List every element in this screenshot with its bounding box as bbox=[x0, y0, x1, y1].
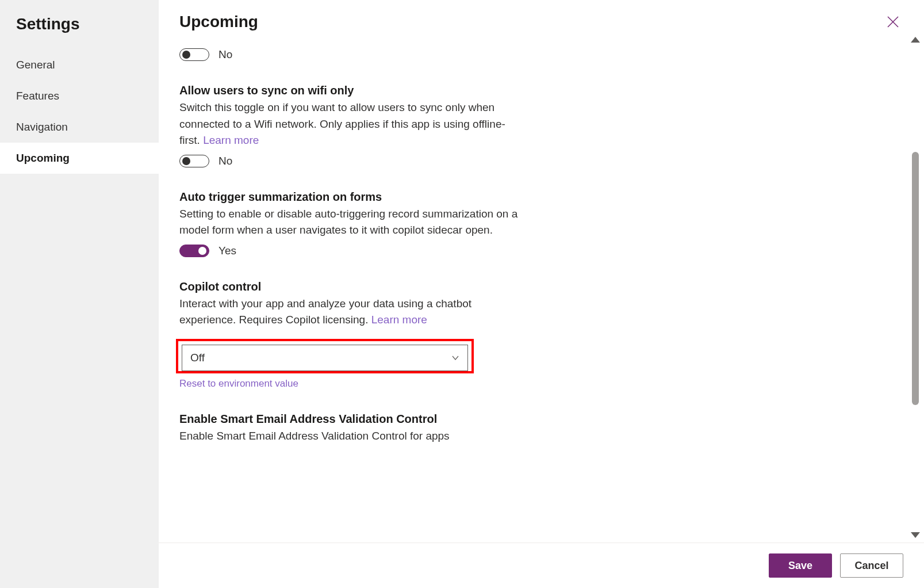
sidebar-item-label: General bbox=[16, 59, 55, 71]
toggle-unknown-top[interactable] bbox=[179, 48, 209, 61]
main-panel: Upcoming No Allow users to sync on wifi … bbox=[159, 0, 924, 588]
setting-description: Enable Smart Email Address Validation Co… bbox=[179, 428, 524, 445]
cancel-button[interactable]: Cancel bbox=[840, 553, 903, 578]
panel-header: Upcoming bbox=[159, 0, 924, 32]
setting-partial-top: No bbox=[179, 48, 524, 61]
setting-description: Setting to enable or disable auto-trigge… bbox=[179, 206, 524, 239]
toggle-wifi-sync[interactable] bbox=[179, 155, 209, 167]
toggle-auto-summarization[interactable] bbox=[179, 245, 209, 257]
toggle-row: No bbox=[179, 155, 524, 167]
toggle-thumb bbox=[198, 247, 206, 255]
toggle-state-label: Yes bbox=[218, 245, 236, 257]
sidebar-item-general[interactable]: General bbox=[0, 49, 159, 81]
setting-auto-summarization: Auto trigger summarization on forms Sett… bbox=[179, 190, 524, 257]
setting-copilot-control: Copilot control Interact with your app a… bbox=[179, 280, 524, 390]
close-icon bbox=[886, 15, 900, 29]
scroll-track[interactable] bbox=[912, 48, 919, 526]
learn-more-link[interactable]: Learn more bbox=[203, 134, 259, 146]
sidebar-item-label: Features bbox=[16, 90, 59, 102]
toggle-thumb bbox=[182, 51, 190, 59]
scroll-content: No Allow users to sync on wifi only Swit… bbox=[159, 32, 907, 543]
setting-title: Auto trigger summarization on forms bbox=[179, 190, 524, 204]
sidebar-item-features[interactable]: Features bbox=[0, 81, 159, 112]
toggle-row: No bbox=[179, 48, 524, 61]
setting-title: Allow users to sync on wifi only bbox=[179, 84, 524, 97]
sidebar-item-navigation[interactable]: Navigation bbox=[0, 112, 159, 143]
sidebar-title: Settings bbox=[0, 12, 159, 49]
sidebar-item-label: Navigation bbox=[16, 121, 68, 133]
learn-more-link[interactable]: Learn more bbox=[371, 314, 427, 326]
setting-title: Enable Smart Email Address Validation Co… bbox=[179, 413, 524, 426]
dropdown-value: Off bbox=[190, 352, 205, 364]
scroll-down-button[interactable] bbox=[911, 532, 920, 538]
footer-actions: Save Cancel bbox=[159, 543, 924, 588]
toggle-row: Yes bbox=[179, 245, 524, 257]
page-title: Upcoming bbox=[179, 13, 883, 31]
sidebar-item-upcoming[interactable]: Upcoming bbox=[0, 143, 159, 174]
copilot-control-dropdown[interactable]: Off bbox=[182, 345, 468, 371]
setting-wifi-sync: Allow users to sync on wifi only Switch … bbox=[179, 84, 524, 167]
close-button[interactable] bbox=[883, 12, 903, 32]
toggle-state-label: No bbox=[218, 48, 232, 61]
reset-environment-link[interactable]: Reset to environment value bbox=[179, 378, 298, 390]
app-root: Settings General Features Navigation Upc… bbox=[0, 0, 924, 588]
toggle-thumb bbox=[182, 157, 190, 165]
content-area: No Allow users to sync on wifi only Swit… bbox=[159, 32, 924, 543]
setting-description-text: Interact with your app and analyze your … bbox=[179, 297, 471, 326]
scroll-up-button[interactable] bbox=[911, 37, 920, 43]
scroll-thumb[interactable] bbox=[912, 152, 919, 405]
scrollbar bbox=[907, 32, 924, 543]
toggle-state-label: No bbox=[218, 155, 232, 167]
settings-sidebar: Settings General Features Navigation Upc… bbox=[0, 0, 159, 588]
sidebar-item-label: Upcoming bbox=[16, 152, 70, 164]
chevron-down-icon bbox=[451, 354, 459, 362]
save-button[interactable]: Save bbox=[769, 553, 832, 578]
setting-title: Copilot control bbox=[179, 280, 524, 293]
highlight-box: Off bbox=[176, 339, 474, 373]
setting-smart-email-validation: Enable Smart Email Address Validation Co… bbox=[179, 413, 524, 445]
setting-description: Switch this toggle on if you want to all… bbox=[179, 100, 524, 149]
setting-description: Interact with your app and analyze your … bbox=[179, 296, 524, 329]
